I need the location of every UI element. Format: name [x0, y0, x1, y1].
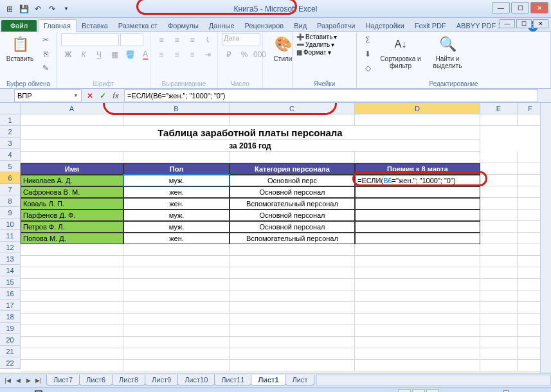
column-header-f[interactable]: F: [518, 103, 543, 114]
cut-icon[interactable]: ✂: [39, 33, 53, 46]
cell[interactable]: [21, 290, 123, 302]
cell[interactable]: [21, 244, 123, 256]
cell[interactable]: [123, 314, 230, 325]
cell[interactable]: [480, 244, 518, 256]
cell[interactable]: [355, 348, 480, 360]
cell[interactable]: [518, 256, 543, 267]
fx-icon[interactable]: fx: [110, 90, 122, 102]
cell[interactable]: [21, 256, 123, 267]
italic-icon[interactable]: К: [77, 48, 91, 61]
row-header-19[interactable]: 19: [0, 323, 21, 334]
percent-icon[interactable]: %: [237, 48, 251, 61]
cell[interactable]: [355, 325, 480, 337]
insert-cells-button[interactable]: ➕ Вставить ▾: [296, 33, 337, 40]
sheet-tab[interactable]: Лист1: [251, 375, 285, 386]
number-format-select[interactable]: Дата: [222, 33, 260, 46]
cell[interactable]: [355, 290, 480, 302]
vertical-scrollbar[interactable]: [540, 103, 551, 373]
row-header-5[interactable]: 5: [0, 161, 21, 172]
sheet-nav-last-icon[interactable]: ▶|: [33, 375, 44, 386]
workbook-close-button[interactable]: ✕: [533, 19, 548, 28]
align-left-icon[interactable]: ≡: [154, 48, 168, 61]
bonus-cell[interactable]: [355, 209, 480, 221]
table-header[interactable]: Категория персонала: [230, 163, 355, 175]
cell[interactable]: [230, 256, 355, 267]
category-cell[interactable]: Вспомогательный персонал: [230, 198, 355, 209]
cell[interactable]: [230, 244, 355, 256]
cell[interactable]: [518, 152, 543, 163]
sheet-nav-next-icon[interactable]: ▶: [23, 375, 33, 386]
name-box[interactable]: ВПР ▼: [14, 89, 82, 102]
fill-color-icon[interactable]: 🪣: [123, 48, 137, 61]
name-cell[interactable]: Парфенов Д. Ф.: [21, 209, 123, 221]
cell[interactable]: [21, 325, 123, 337]
workbook-restore-button[interactable]: ☐: [516, 19, 532, 28]
enter-formula-icon[interactable]: ✓: [97, 90, 109, 102]
bonus-cell[interactable]: [355, 233, 480, 244]
cell[interactable]: [123, 348, 230, 360]
cell[interactable]: [355, 152, 480, 163]
close-button[interactable]: ✕: [530, 2, 548, 13]
copy-icon[interactable]: ⎘: [39, 48, 53, 60]
cell[interactable]: [230, 290, 355, 302]
file-tab[interactable]: Файл: [1, 20, 37, 31]
category-cell[interactable]: Основной персонал: [230, 221, 355, 233]
name-cell[interactable]: Николаев А. Д.: [21, 175, 123, 186]
cell[interactable]: [480, 325, 518, 337]
tab-formulas[interactable]: Формулы: [163, 20, 204, 31]
cell[interactable]: [230, 267, 355, 279]
cell[interactable]: [123, 244, 230, 256]
name-box-dropdown-icon[interactable]: ▼: [73, 93, 78, 98]
fill-icon[interactable]: ⬇: [361, 48, 375, 60]
cell[interactable]: [480, 314, 518, 325]
bonus-cell[interactable]: [355, 221, 480, 233]
cell[interactable]: [123, 267, 230, 279]
sheet-tab[interactable]: Лист: [285, 375, 315, 386]
autosum-icon[interactable]: Σ: [361, 33, 375, 46]
bold-icon[interactable]: Ж: [61, 48, 75, 61]
cell[interactable]: [480, 302, 518, 314]
find-select-button[interactable]: 🔍 Найти и выделить: [426, 33, 469, 71]
cell[interactable]: [230, 360, 355, 371]
align-bottom-icon[interactable]: ≡: [185, 33, 199, 46]
row-header-1[interactable]: 1: [0, 114, 21, 126]
redo-icon[interactable]: ↷: [46, 3, 58, 15]
tab-review[interactable]: Рецензиров: [240, 20, 289, 31]
view-page-break-icon[interactable]: ▥: [426, 389, 439, 393]
cell[interactable]: [518, 244, 543, 256]
select-all-corner[interactable]: [0, 103, 21, 114]
cell[interactable]: [480, 256, 518, 267]
sex-cell[interactable]: жен.: [123, 233, 230, 244]
row-header-10[interactable]: 10: [0, 218, 21, 230]
font-name-select[interactable]: [61, 33, 119, 46]
cell[interactable]: [480, 114, 518, 126]
row-header-15[interactable]: 15: [0, 276, 21, 288]
cell[interactable]: [21, 279, 123, 290]
format-painter-icon[interactable]: ✎: [39, 62, 53, 75]
cell[interactable]: [355, 302, 480, 314]
category-cell[interactable]: Основной персонал: [230, 209, 355, 221]
cell[interactable]: [355, 267, 480, 279]
row-header-13[interactable]: 13: [0, 253, 21, 265]
cell[interactable]: [21, 152, 123, 163]
delete-cells-button[interactable]: ➖ Удалить ▾: [296, 41, 334, 48]
column-header-c[interactable]: C: [230, 103, 355, 114]
qat-dropdown-icon[interactable]: ▼: [60, 3, 72, 15]
cell[interactable]: [230, 114, 355, 126]
row-header-22[interactable]: 22: [0, 357, 21, 369]
row-header-11[interactable]: 11: [0, 230, 21, 242]
tab-insert[interactable]: Вставка: [77, 20, 113, 31]
align-middle-icon[interactable]: ≡: [170, 33, 184, 46]
cell[interactable]: [21, 314, 123, 325]
cell[interactable]: [21, 348, 123, 360]
view-normal-icon[interactable]: ▦: [398, 389, 411, 393]
cell[interactable]: [355, 360, 480, 371]
table-title[interactable]: Таблица заработной платы персонала: [21, 126, 480, 140]
cell[interactable]: [518, 348, 543, 360]
cells[interactable]: Таблица заработной платы персоналаза 201…: [21, 114, 543, 371]
cell[interactable]: [123, 290, 230, 302]
cell[interactable]: [21, 360, 123, 371]
cell[interactable]: [355, 314, 480, 325]
sheet-tab[interactable]: Лист8: [112, 375, 145, 386]
cell[interactable]: [230, 279, 355, 290]
